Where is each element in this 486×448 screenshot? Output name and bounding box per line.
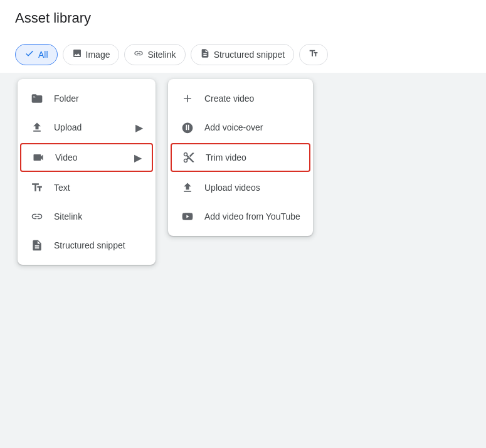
plus-icon: [181, 92, 194, 105]
youtube-icon: [181, 210, 194, 223]
voiceover-icon: [181, 120, 194, 134]
submenu-upload-videos-label: Upload videos: [204, 183, 260, 193]
document-menu-icon: [30, 238, 44, 252]
page-title: Asset library: [15, 10, 471, 26]
menu-item-folder[interactable]: Folder: [18, 84, 156, 113]
filter-bar: All Image Sitelink Structured snippet: [0, 44, 486, 73]
filter-image-label: Image: [86, 50, 110, 60]
filter-chip-structured-snippet[interactable]: Structured snippet: [191, 44, 295, 65]
link-menu-icon: [30, 210, 44, 223]
menu-text-label: Text: [54, 183, 143, 193]
filter-sitelink-label: Sitelink: [147, 50, 176, 60]
filter-chip-image[interactable]: Image: [63, 44, 120, 65]
submenu-item-create-video[interactable]: Create video: [168, 84, 313, 113]
menu-upload-label: Upload: [54, 122, 125, 132]
menu-item-video[interactable]: Video ▶: [20, 143, 153, 172]
upload-videos-icon: [181, 181, 194, 195]
filter-all-label: All: [38, 50, 48, 60]
menu-item-sitelink[interactable]: Sitelink: [18, 202, 156, 231]
filter-chip-sitelink[interactable]: Sitelink: [124, 44, 185, 65]
chevron-right-icon: ▶: [135, 122, 143, 134]
document-icon: [200, 48, 210, 61]
menu-video-label: Video: [55, 152, 124, 163]
submenu-item-add-from-youtube[interactable]: Add video from YouTube: [168, 202, 313, 231]
menu-item-structured-snippet[interactable]: Structured snippet: [18, 231, 156, 260]
upload-icon: [30, 120, 44, 134]
image-icon: [72, 48, 82, 61]
header: Asset library: [0, 0, 486, 44]
filter-structured-snippet-label: Structured snippet: [214, 50, 285, 60]
submenu-add-from-youtube-label: Add video from YouTube: [204, 211, 300, 221]
submenu-item-trim-video[interactable]: Trim video: [171, 143, 310, 172]
submenu-item-add-voice-over[interactable]: Add voice-over: [168, 113, 313, 142]
submenu-trim-video-label: Trim video: [206, 152, 246, 163]
submenu-add-voice-over-label: Add voice-over: [204, 122, 263, 132]
video-icon: [31, 151, 45, 164]
primary-menu: Folder Upload ▶ Video ▶: [18, 79, 156, 265]
folder-icon: [30, 92, 44, 105]
text-icon: [30, 181, 44, 195]
filter-chip-text[interactable]: [299, 44, 328, 65]
main-content: Folder Upload ▶ Video ▶: [0, 73, 486, 448]
link-icon: [134, 48, 144, 61]
menu-item-upload[interactable]: Upload ▶: [18, 113, 156, 142]
menu-sitelink-label: Sitelink: [54, 211, 143, 221]
chevron-right-icon-video: ▶: [134, 152, 142, 164]
menu-folder-label: Folder: [54, 93, 143, 104]
menu-structured-snippet-label: Structured snippet: [54, 240, 143, 250]
filter-chip-all[interactable]: All: [15, 44, 58, 65]
text-format-icon: [309, 48, 319, 61]
menu-item-text[interactable]: Text: [18, 173, 156, 202]
submenu-create-video-label: Create video: [204, 93, 254, 104]
check-icon: [24, 48, 34, 61]
video-submenu: Create video Add voice-over Trim video: [168, 79, 313, 236]
page-background: Asset library All Image Sitelink: [0, 0, 486, 448]
scissors-icon: [182, 151, 196, 164]
submenu-item-upload-videos[interactable]: Upload videos: [168, 173, 313, 202]
